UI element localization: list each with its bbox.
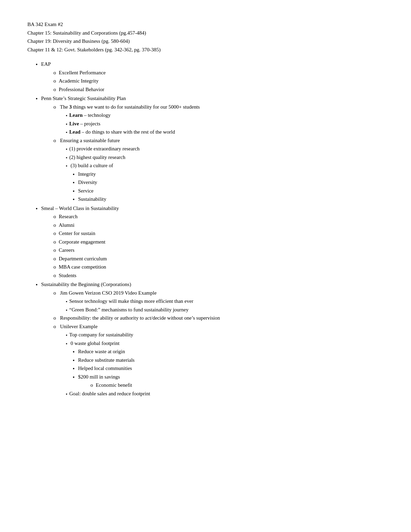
level3-list: Sensor technology will make things more … — [53, 297, 384, 313]
item-label: Live – projects — [69, 121, 100, 126]
list-item: Reduce substitute materials — [78, 356, 384, 364]
item-label: Responsibility: the ability or authority… — [60, 315, 220, 321]
item-label: Alumni — [59, 222, 75, 228]
list-item: Sustainability the Beginning (Corporatio… — [41, 281, 384, 397]
list-item: Learn – technology — [66, 111, 384, 119]
list-item: Penn State’s Strategic Sustainability Pl… — [41, 95, 384, 203]
list-item: (2) highest quality research — [66, 153, 384, 161]
list-item: Ensuring a sustainable future (1) provid… — [53, 137, 384, 203]
item-label: Sensor technology will make things more … — [69, 298, 193, 304]
item-label: Reduce substitute materials — [78, 357, 135, 363]
list-item: Professional Behavior — [53, 86, 384, 94]
list-item: Excellent Performance — [53, 69, 384, 77]
list-item: The 3 things we want to do for sustainab… — [53, 103, 384, 136]
list-item: Responsibility: the ability or authority… — [53, 314, 384, 322]
list-item: Unilever Example Top company for sustain… — [53, 323, 384, 398]
item-label: Helped local communities — [78, 366, 132, 371]
header-line1: BA 342 Exam #2 — [27, 21, 384, 28]
item-label: Excellent Performance — [59, 70, 106, 75]
item-label: Research — [59, 214, 78, 219]
item-label: Service — [78, 188, 94, 194]
item-label: (1) provide extraordinary research — [69, 146, 139, 151]
item-label: Top company for sustainability — [69, 332, 133, 337]
item-label: Corporate engagement — [59, 239, 105, 245]
item-label: Students — [59, 273, 77, 278]
list-item: Jim Gowen Verizon CSO 2019 Video Example… — [53, 289, 384, 314]
item-label: 0 waste global footprint — [71, 341, 120, 346]
item-label: Academic Integrity — [59, 78, 99, 84]
header-line3: Chapter 19: Diversity and Business (pg. … — [27, 37, 384, 45]
item-label: Goal: double sales and reduce footprint — [69, 391, 150, 396]
list-item: (3) build a culture of Integrity Diversi… — [66, 162, 384, 203]
item-label: Jim Gowen Verizon CSO 2019 Video Example — [60, 290, 157, 296]
list-item: Live – projects — [66, 120, 384, 128]
item-label: Professional Behavior — [59, 87, 104, 92]
item-label: MBA case competition — [59, 264, 106, 270]
list-item: MBA case competition — [53, 263, 384, 271]
list-item: EAP Excellent Performance Academic Integ… — [41, 60, 384, 93]
item-label: Unilever Example — [60, 324, 98, 329]
item-label: Ensuring a sustainable future — [60, 138, 120, 143]
header-line2: Chapter 15: Sustainability and Corporati… — [27, 29, 384, 37]
list-item: Sustainability — [78, 195, 384, 203]
list-item: Top company for sustainability — [66, 331, 384, 339]
item-label: Economic benefit — [96, 382, 132, 388]
level2-list: The 3 things we want to do for sustainab… — [41, 103, 384, 203]
item-label: Careers — [59, 247, 75, 253]
level4-list: Reduce waste at origin Reduce substitute… — [66, 348, 384, 389]
level2-list: Excellent Performance Academic Integrity… — [41, 69, 384, 94]
item-label: The 3 things we want to do for sustainab… — [60, 104, 200, 110]
item-label: Department curriculum — [59, 256, 107, 261]
level5-list: Economic benefit — [78, 381, 384, 389]
item-label: Penn State’s Strategic Sustainability Pl… — [41, 96, 126, 101]
list-item: Helped local communities — [78, 364, 384, 372]
level3-list: Learn – technology Live – projects Lead … — [53, 111, 384, 136]
list-item: Center for sustain — [53, 230, 384, 237]
item-label: EAP — [41, 61, 51, 67]
list-item: (1) provide extraordinary research — [66, 145, 384, 153]
list-item: Smeal – World Class in Sustainability Re… — [41, 205, 384, 280]
level4-list: Integrity Diversity Service Sustainabili… — [66, 170, 384, 203]
list-item: Service — [78, 187, 384, 195]
list-item: “Green Bond:” mechanisms to fund sustain… — [66, 306, 384, 314]
list-item: Academic Integrity — [53, 77, 384, 85]
item-label: (2) highest quality research — [69, 154, 125, 160]
item-label: Smeal – World Class in Sustainability — [41, 206, 119, 211]
list-item: 0 waste global footprint Reduce waste at… — [66, 339, 384, 389]
item-label: Diversity — [78, 180, 97, 185]
list-item: Corporate engagement — [53, 238, 384, 246]
list-item: Reduce waste at origin — [78, 348, 384, 356]
list-item: Lead – do things to share with the rest … — [66, 128, 384, 136]
list-item: Diversity — [78, 178, 384, 186]
item-label: Learn – technology — [69, 112, 111, 118]
list-item: Department curriculum — [53, 255, 384, 263]
item-label: Lead – do things to share with the rest … — [69, 129, 175, 135]
list-item: Careers — [53, 246, 384, 254]
item-label: “Green Bond:” mechanisms to fund sustain… — [69, 307, 188, 312]
header-line4: Chapter 11 & 12: Govt. Stakeholders (pg.… — [27, 46, 384, 54]
item-label: Sustainability the Beginning (Corporatio… — [41, 282, 131, 287]
list-item: Research — [53, 213, 384, 221]
list-item: Economic benefit — [90, 381, 384, 389]
list-item: Integrity — [78, 170, 384, 178]
level2-list: Jim Gowen Verizon CSO 2019 Video Example… — [41, 289, 384, 398]
list-item: Alumni — [53, 221, 384, 229]
item-label: $200 mill in savings — [78, 374, 120, 380]
list-item: Goal: double sales and reduce footprint — [66, 390, 384, 398]
item-label: Center for sustain — [59, 231, 96, 236]
main-list: EAP Excellent Performance Academic Integ… — [27, 60, 384, 397]
list-item: Sensor technology will make things more … — [66, 297, 384, 305]
level2-list: Research Alumni Center for sustain Corpo… — [41, 213, 384, 279]
item-label: Sustainability — [78, 196, 107, 202]
list-item: $200 mill in savings Economic benefit — [78, 373, 384, 389]
item-label: Integrity — [78, 171, 96, 177]
list-item: Students — [53, 272, 384, 280]
header: BA 342 Exam #2 Chapter 15: Sustainabilit… — [27, 21, 384, 53]
level3-list: (1) provide extraordinary research (2) h… — [53, 145, 384, 203]
level3-list: Top company for sustainability 0 waste g… — [53, 331, 384, 397]
item-label: (3) build a culture of — [71, 163, 113, 168]
item-label: Reduce waste at origin — [78, 349, 125, 354]
